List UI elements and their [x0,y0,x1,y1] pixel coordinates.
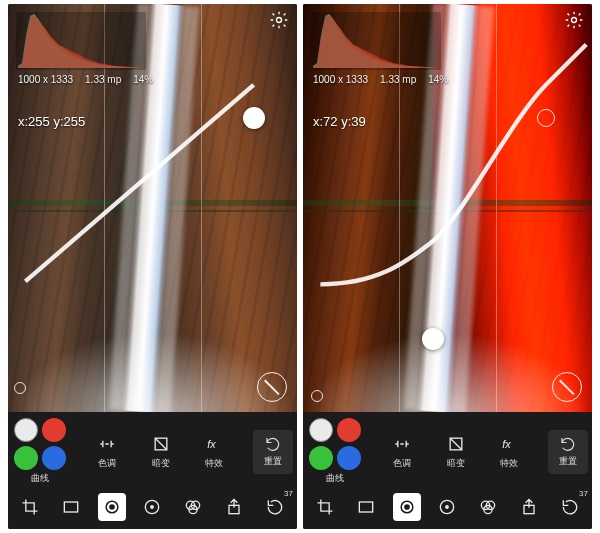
channel-red[interactable] [337,418,361,442]
image-canvas[interactable]: 1000 x 1333 1.33 mp 14% x:72 y:39 [303,4,592,412]
channel-luma[interactable] [309,418,333,442]
svg-point-19 [446,506,449,509]
adjust-icon[interactable] [393,493,421,521]
curves-cluster: 曲线 [307,418,363,485]
rotate-angle: 37 [284,489,293,498]
svg-rect-15 [359,502,372,512]
share-icon[interactable] [220,493,248,521]
crop-icon[interactable] [16,493,44,521]
gradient-tool[interactable]: 暗变 [147,434,175,470]
gradient-tool[interactable]: 暗变 [442,434,470,470]
channel-green[interactable] [309,446,333,470]
aspect-icon[interactable] [57,493,85,521]
channel-luma[interactable] [14,418,38,442]
curve-endpoint-shadow[interactable] [311,390,323,402]
adjust-icon[interactable] [98,493,126,521]
fx-tool[interactable]: fx 特效 [495,434,523,470]
bottom-tabbar: 37 [303,487,592,529]
editor-pane-left: 1000 x 1333 1.33 mp 14% x:255 y:255 [8,4,297,529]
aspect-icon[interactable] [352,493,380,521]
svg-point-5 [110,505,114,509]
svg-rect-3 [64,502,77,512]
edit-toolbar: 曲线 色调 暗变 fx 特效 重置 [303,412,592,487]
channel-blue[interactable] [337,446,361,470]
bottom-tabbar: 37 [8,487,297,529]
disable-overlay-button[interactable] [257,372,287,402]
svg-text:fx: fx [207,438,216,450]
svg-point-17 [405,505,409,509]
curves-label: 曲线 [326,472,344,485]
rotate-icon[interactable]: 37 [556,493,584,521]
crop-icon[interactable] [311,493,339,521]
fx-tool[interactable]: fx 特效 [200,434,228,470]
channels-icon[interactable] [179,493,207,521]
tone-curve[interactable] [303,4,592,293]
app-stage: 1000 x 1333 1.33 mp 14% x:255 y:255 [0,0,600,533]
curves-cluster: 曲线 [12,418,68,485]
svg-point-7 [151,506,154,509]
curve-endpoint-shadow[interactable] [14,382,26,394]
editor-pane-right: 1000 x 1333 1.33 mp 14% x:72 y:39 [303,4,592,529]
share-icon[interactable] [515,493,543,521]
channel-blue[interactable] [42,446,66,470]
curve-node-mid[interactable] [422,328,444,350]
tone-tool[interactable]: 色调 [388,434,416,470]
curve-node-highlight[interactable] [243,107,265,129]
rotate-icon[interactable]: 37 [261,493,289,521]
disable-overlay-button[interactable] [552,372,582,402]
reset-button[interactable]: 重置 [548,430,588,474]
vignette-icon[interactable] [138,493,166,521]
vignette-icon[interactable] [433,493,461,521]
reset-button[interactable]: 重置 [253,430,293,474]
channels-icon[interactable] [474,493,502,521]
channel-green[interactable] [14,446,38,470]
channel-red[interactable] [42,418,66,442]
image-canvas[interactable]: 1000 x 1333 1.33 mp 14% x:255 y:255 [8,4,297,412]
rotate-angle: 37 [579,489,588,498]
svg-text:fx: fx [502,438,511,450]
tone-curve[interactable] [8,4,297,293]
curves-label: 曲线 [31,472,49,485]
edit-toolbar: 曲线 色调 暗变 fx 特效 重置 [8,412,297,487]
curve-node-highlight[interactable] [537,109,555,127]
tone-tool[interactable]: 色调 [93,434,121,470]
